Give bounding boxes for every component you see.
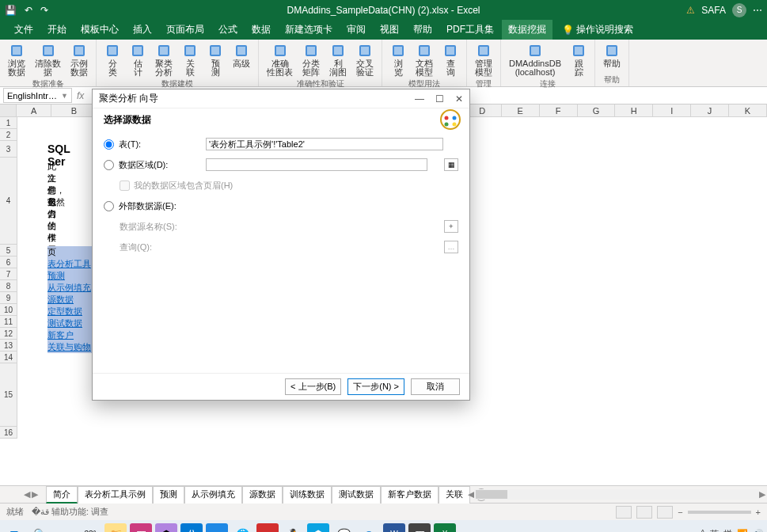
- row-header[interactable]: 14: [0, 352, 17, 363]
- col-b[interactable]: B: [51, 104, 97, 116]
- sheet-tab[interactable]: 测试数据: [332, 486, 381, 504]
- edge-icon[interactable]: ◉: [358, 523, 380, 533]
- row-header[interactable]: 1: [0, 117, 17, 129]
- ribbon-item[interactable]: DMAddinsDB (localhost): [504, 41, 566, 78]
- zoom-slider[interactable]: [688, 511, 751, 514]
- tab-view[interactable]: 视图: [374, 20, 405, 40]
- ribbon-item[interactable]: 聚类 分析: [150, 41, 177, 78]
- option-external[interactable]: 外部数据源(E):: [104, 198, 458, 214]
- col-j[interactable]: J: [691, 104, 729, 116]
- sheet-tab[interactable]: 关联: [439, 486, 470, 504]
- ribbon-item[interactable]: 关 联: [177, 41, 203, 78]
- row-header[interactable]: 10: [0, 304, 17, 316]
- fx-icon[interactable]: fx: [77, 90, 84, 101]
- chevron-down-icon[interactable]: ▼: [61, 92, 68, 100]
- col-e[interactable]: E: [502, 104, 540, 116]
- app-icon[interactable]: ⬢: [155, 523, 177, 533]
- horizontal-scrollbar[interactable]: ◀ ▶: [468, 486, 765, 504]
- link-cell[interactable]: 预测: [47, 270, 93, 282]
- link-cell[interactable]: 测试数据: [47, 317, 93, 329]
- view-break[interactable]: [657, 506, 673, 519]
- app-icon[interactable]: ≡: [206, 523, 228, 533]
- sheet-tab[interactable]: 新客户数据: [381, 486, 439, 504]
- ribbon-item[interactable]: 清除数 据: [30, 41, 66, 78]
- row-header[interactable]: 2: [0, 129, 17, 141]
- tab-newtab[interactable]: 新建选项卡: [279, 20, 339, 40]
- col-g[interactable]: G: [578, 104, 616, 116]
- excel-icon[interactable]: X: [434, 523, 456, 533]
- link-cell[interactable]: 新客户: [47, 329, 93, 341]
- tab-datamining[interactable]: 数据挖掘: [502, 20, 552, 40]
- ribbon-item[interactable]: 浏 览: [385, 41, 411, 78]
- row-header[interactable]: 5: [0, 245, 17, 256]
- taskview-icon[interactable]: ▭: [54, 523, 76, 533]
- ribbon-item[interactable]: 高级: [228, 41, 255, 78]
- tab-pdf[interactable]: PDF工具集: [440, 20, 500, 40]
- chrome-icon[interactable]: 🌐: [231, 523, 253, 533]
- prev-button[interactable]: < 上一步(B): [285, 378, 341, 395]
- sheet-tab[interactable]: 从示例填充: [184, 486, 242, 504]
- volume-icon[interactable]: 🔊: [753, 529, 764, 532]
- ribbon-item[interactable]: 文档 模型: [411, 41, 438, 78]
- avatar[interactable]: S: [732, 3, 746, 17]
- tab-insert[interactable]: 插入: [127, 20, 158, 40]
- view-layout[interactable]: [636, 506, 652, 519]
- table-value-input[interactable]: [206, 138, 443, 150]
- sheet-tab[interactable]: 表分析工具示例: [78, 486, 153, 504]
- ime-pin[interactable]: 拼: [723, 528, 732, 532]
- qq-icon[interactable]: 🐧: [282, 523, 304, 533]
- col-i[interactable]: I: [653, 104, 691, 116]
- search-icon[interactable]: 🔍: [28, 523, 51, 533]
- chevron-up-icon[interactable]: ˄: [701, 529, 705, 532]
- option-table[interactable]: 表(T):: [104, 136, 458, 152]
- row-header[interactable]: 8: [0, 280, 17, 292]
- row-header[interactable]: 7: [0, 268, 17, 280]
- cell-b6[interactable]: 页: [47, 246, 93, 258]
- option-range[interactable]: 数据区域(D): ▦: [104, 157, 458, 173]
- wifi-icon[interactable]: 📶: [737, 529, 748, 532]
- link-cell[interactable]: 从示例填充: [47, 282, 93, 294]
- radio-range[interactable]: [104, 160, 114, 170]
- col-k[interactable]: K: [729, 104, 767, 116]
- ribbon-item[interactable]: 查 询: [438, 41, 463, 78]
- sheet-tab[interactable]: 训练数据: [283, 486, 332, 504]
- undo-icon[interactable]: ↶: [25, 5, 32, 16]
- ds-picker-icon[interactable]: ✦: [444, 220, 458, 233]
- ribbon-item[interactable]: 分 类: [100, 41, 125, 78]
- col-a[interactable]: A: [17, 104, 51, 116]
- tell-me[interactable]: 💡 操作说明搜索: [562, 23, 633, 36]
- ribbon-item[interactable]: 跟 踪: [566, 41, 591, 78]
- word-icon[interactable]: W: [383, 523, 405, 533]
- ribbon-item[interactable]: 分类 矩阵: [298, 41, 325, 78]
- ribbon-item[interactable]: 利 润图: [325, 41, 351, 78]
- tab-layout[interactable]: 页面布局: [160, 20, 211, 40]
- row-header[interactable]: 4: [0, 158, 17, 245]
- zoom-out[interactable]: −: [678, 507, 682, 517]
- save-icon[interactable]: 💾: [5, 5, 17, 16]
- row-header[interactable]: 3: [0, 141, 17, 158]
- minimize-icon[interactable]: ―: [415, 93, 424, 104]
- redo-icon[interactable]: ↷: [40, 5, 48, 16]
- sheet-tab[interactable]: 源数据: [242, 486, 283, 504]
- row-header[interactable]: 12: [0, 328, 17, 340]
- ribbon-item[interactable]: 预 测: [203, 41, 228, 78]
- link-cell[interactable]: 关联与购物: [47, 341, 93, 353]
- tab-file[interactable]: 文件: [8, 20, 40, 40]
- row-header[interactable]: 9: [0, 292, 17, 304]
- wechat-icon[interactable]: 💬: [332, 523, 355, 533]
- link-cell[interactable]: 源数据: [47, 294, 93, 306]
- warning-icon[interactable]: ⚠: [686, 5, 695, 16]
- weather-widget[interactable]: 33°: [79, 523, 101, 533]
- dialog-titlebar[interactable]: 聚类分析 向导 ― ☐ ✕: [93, 89, 469, 108]
- ribbon-item[interactable]: 管理 模型: [470, 41, 497, 78]
- tab-template[interactable]: 模板中心: [74, 20, 125, 40]
- sheet-nav[interactable]: ◀▶: [24, 489, 38, 500]
- tab-home[interactable]: 开始: [41, 20, 73, 40]
- ribbon-options-icon[interactable]: ⋯: [753, 5, 762, 16]
- ribbon-item[interactable]: 帮助: [598, 41, 625, 70]
- cancel-button[interactable]: 取消: [411, 378, 460, 395]
- col-f[interactable]: F: [540, 104, 578, 116]
- next-button[interactable]: 下一步(N) >: [347, 378, 404, 395]
- app-icon[interactable]: ●: [256, 523, 279, 533]
- sheet-tab[interactable]: 预测: [153, 486, 184, 504]
